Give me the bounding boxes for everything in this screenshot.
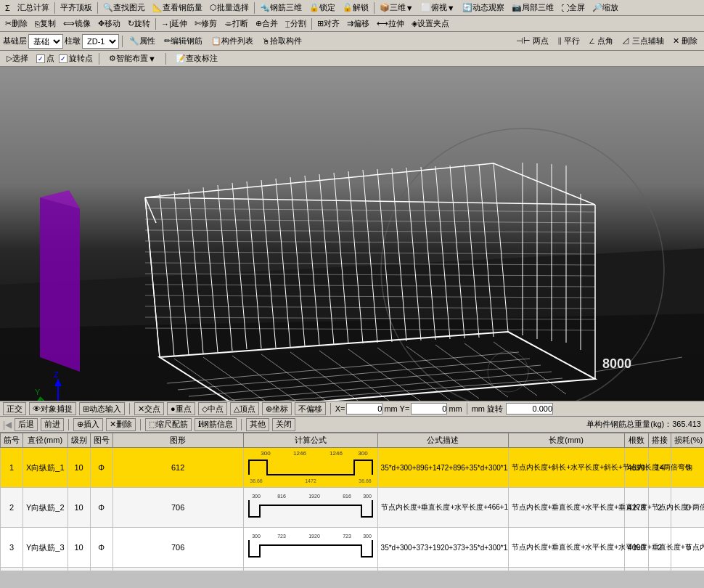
tb-smart-layout[interactable]: ⚙ 智能布置 ▼ (105, 52, 160, 66)
cell-formula: 35*d+300+896+1472+896+35*d+300*12.5*d (377, 448, 508, 488)
tb-stretch[interactable]: ⟷ 拉伸 (373, 17, 408, 31)
svg-text:816: 816 (343, 494, 351, 499)
layer-select[interactable]: 基础 (28, 34, 63, 49)
btn-coord[interactable]: ⊕ 坐标 (262, 402, 292, 415)
toolbar-summary-calc[interactable]: 汇总计算 (14, 1, 53, 15)
sep-m3 (241, 419, 242, 430)
tb-pick-component[interactable]: 🖱 拾取构件 (258, 34, 306, 49)
3d-viewport[interactable]: 钢筋显示控制面板 ✓ X向纵筋 ✓ Y向纵筋 ✓ 显示基它图元 ✓ 显示详细公式 (0, 67, 704, 401)
btn-ortho[interactable]: 正交 (3, 402, 26, 415)
rotate-checkbox[interactable]: ✓ (59, 54, 67, 63)
table-row[interactable]: 1X向纵筋_110Φ612 300 1246 1246 300 36.66 14… (1, 448, 705, 488)
cell-formula: 节点内长度+垂直长度+水平长度+466+1920+466+35*d+300*12… (377, 488, 508, 528)
sep8 (99, 53, 99, 65)
btn-vertex[interactable]: △ 顶点 (230, 402, 259, 415)
x-input[interactable] (346, 403, 382, 415)
th-description: 公式描述 (377, 433, 508, 448)
component-select[interactable]: ZD-1 (82, 34, 119, 49)
tb-grip[interactable]: ◈ 设置夹点 (408, 17, 453, 31)
btn-midpoint[interactable]: ◇ 中点 (198, 402, 227, 415)
cb-point[interactable]: ✓ 点 (36, 53, 54, 64)
tb-mirror[interactable]: ⟺ 镜像 (60, 17, 94, 31)
sep3 (254, 2, 255, 14)
toolbar-fullscreen[interactable]: ⛶ 全屏 (557, 1, 589, 15)
cell-shape-num: 706 (112, 488, 243, 528)
toolbar-zoom[interactable]: 🔎 缩放 (589, 1, 622, 15)
sep7 (122, 36, 123, 47)
layer-toolbar: 基础层 基础 柱墩 ZD-1 🔧 属性 ✏ 编辑钢筋 📋 构件列表 🖱 拾取构件… (0, 32, 704, 51)
x-label: X= (335, 404, 345, 413)
table-row[interactable]: 3Y向纵筋_310Φ706 300 723 1920 723 300 35*d+… (1, 528, 705, 568)
btn-snap[interactable]: 👁 对象捕捉 (29, 402, 76, 415)
table-row[interactable]: 4X向纵筋_410Φ706 300 629 1920 629 300 35*d+… (1, 568, 705, 571)
toolbar-find-element[interactable]: 🔍 查找图元 (99, 1, 149, 15)
tb-three-point-axis[interactable]: ⊿ 三点辅轴 (618, 34, 668, 49)
cb-rotate[interactable]: ✓ 旋转点 (59, 53, 93, 64)
tb-align[interactable]: ⊞ 对齐 (314, 17, 343, 31)
cell-shape-svg: 300 629 1920 629 300 (243, 568, 377, 571)
cell-id: 3 (1, 528, 23, 568)
btn-insert[interactable]: ⊕ 插入 (73, 418, 103, 431)
tb-break[interactable]: ⌯ 打断 (221, 17, 252, 31)
btn-close[interactable]: 关闭 (272, 418, 295, 431)
btn-no-offset[interactable]: 不偏移 (295, 402, 326, 415)
tb-select[interactable]: ▷ 选择 (3, 52, 32, 66)
toolbar-local-3d[interactable]: 📷 局部三维 (508, 1, 557, 15)
tb-trim[interactable]: ✄ 修剪 (191, 17, 221, 31)
tb-rotate[interactable]: ↻ 旋转 (124, 17, 154, 31)
btn-endpoint[interactable]: ● 重点 (167, 402, 195, 415)
tb-merge[interactable]: ⊕ 合并 (252, 17, 282, 31)
svg-text:300: 300 (252, 534, 261, 539)
btn-scale-rebar[interactable]: ⬚ 缩尺配筋 (145, 418, 192, 431)
toolbar-summary[interactable]: Σ (1, 1, 14, 15)
tb-split[interactable]: ⌶ 分割 (282, 17, 310, 31)
tb-two-point[interactable]: ⊣⊢ 两点 (512, 34, 552, 49)
tb-property[interactable]: 🔧 属性 (126, 34, 159, 49)
cell-id: 2 (1, 488, 23, 528)
btn-other[interactable]: 其他 (246, 418, 269, 431)
btn-delete-row[interactable]: ✕ 删除 (106, 418, 136, 431)
tb-extend[interactable]: →| 延伸 (157, 17, 191, 31)
btn-intersection[interactable]: ✕ 交点 (134, 402, 164, 415)
toolbar-unlock[interactable]: 🔓 解锁 (339, 1, 372, 15)
point-checkbox[interactable]: ✓ (36, 54, 45, 63)
svg-text:36.66: 36.66 (359, 478, 372, 483)
table-header-row: 筋号 直径(mm) 级别 图号 图形 计算公式 公式描述 长度(mm) 根数 搭… (1, 433, 705, 448)
toolbar-3d[interactable]: 📦 三维 ▼ (376, 1, 417, 15)
svg-marker-3 (40, 197, 80, 372)
tb-copy[interactable]: ⎘ 复制 (31, 17, 60, 31)
toolbar-batch-select[interactable]: ⬡ 批量选择 (206, 1, 253, 15)
table-body: 1X向纵筋_110Φ612 300 1246 1246 300 36.66 14… (1, 448, 705, 571)
toolbar-dynamic-view[interactable]: 🔄 动态观察 (459, 1, 508, 15)
layer-label: 基础层 (3, 36, 27, 46)
y-input[interactable] (411, 403, 447, 415)
tb-edit-annotation[interactable]: 📝 查改标注 (172, 52, 221, 66)
btn-back[interactable]: 后退 (15, 418, 38, 431)
tb-edit-rebar[interactable]: ✏ 编辑钢筋 (160, 34, 206, 49)
th-lap: 搭接 (649, 433, 671, 448)
tb-delete2[interactable]: ✕ 删除 (669, 34, 701, 49)
tb-parallel[interactable]: ∥ 平行 (554, 34, 584, 49)
tb-component-list[interactable]: 📋 构件列表 (208, 34, 257, 49)
toolbar-view-rebar[interactable]: 📐 查看钢筋量 (149, 1, 206, 15)
toolbar-lock[interactable]: 🔒 锁定 (306, 1, 339, 15)
tb-point-angle[interactable]: ∠ 点角 (585, 34, 617, 49)
cell-grade: Φ (90, 568, 112, 571)
rotation-input[interactable] (506, 403, 553, 415)
tb-offset[interactable]: ⇉ 偏移 (343, 17, 373, 31)
svg-text:1920: 1920 (308, 534, 320, 539)
total-weight-info: 单构件钢筋总重量(kg)：365.413 (586, 419, 701, 430)
toolbar-rebar-3d[interactable]: 🔩 钢筋三维 (256, 1, 306, 15)
btn-dynamic-input[interactable]: ⊞ 动态输入 (79, 402, 125, 415)
btn-rebar-info[interactable]: ℹ 钢筋信息 (195, 418, 237, 431)
table-row[interactable]: 2Y向纵筋_210Φ706 300 816 1920 816 300 节点内长度… (1, 488, 705, 528)
cell-length: 4278 (624, 488, 648, 528)
cell-count: 2 (649, 568, 671, 571)
toolbar-align-top[interactable]: 平齐顶板 (57, 1, 96, 15)
tb-move[interactable]: ✥ 移动 (94, 17, 124, 31)
toolbar-top-view[interactable]: ⬜ 俯视 ▼ (417, 1, 459, 15)
svg-text:300: 300 (363, 494, 372, 499)
th-diameter: 直径(mm) (23, 433, 68, 448)
btn-forward[interactable]: 前进 (41, 418, 64, 431)
tb-delete[interactable]: ✂ 删除 (1, 17, 31, 31)
